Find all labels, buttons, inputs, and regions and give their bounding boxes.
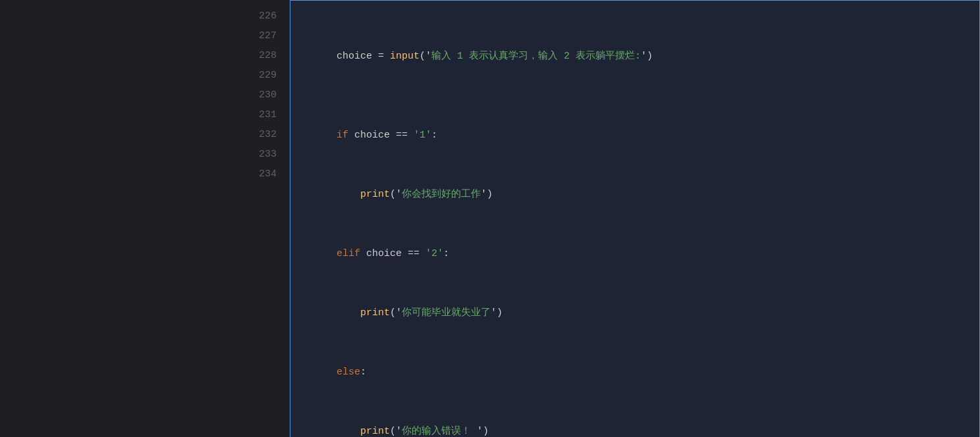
code-line-226 [301,7,969,27]
line-num-226: 226 [0,7,290,26]
code-line-231: elif choice == '2': [301,224,969,284]
line-num-228: 228 [0,46,290,66]
code-line-229: if choice == '1': [301,106,969,165]
code-line-234: print('你的输入错误！ ') [301,402,969,437]
code-content: choice = input('输入 1 表示认真学习，输入 2 表示躺平摆烂:… [290,0,980,437]
line-num-230: 230 [0,86,290,105]
line-num-227: 227 [0,26,290,46]
line-num-234: 234 [0,165,290,184]
editor-area: 226 227 228 229 230 231 232 233 234 choi… [0,0,980,437]
line-num-231: 231 [0,105,290,125]
line-num-232: 232 [0,125,290,145]
code-line-232: print('你可能毕业就失业了') [301,284,969,343]
code-line-227: choice = input('输入 1 表示认真学习，输入 2 表示躺平摆烂:… [301,27,969,86]
line-num-233: 233 [0,145,290,165]
line-num-229: 229 [0,66,290,86]
code-line-230: print('你会找到好的工作') [301,165,969,224]
code-line-228 [301,86,969,106]
code-line-233: else: [301,343,969,402]
line-numbers: 226 227 228 229 230 231 232 233 234 [0,0,290,437]
